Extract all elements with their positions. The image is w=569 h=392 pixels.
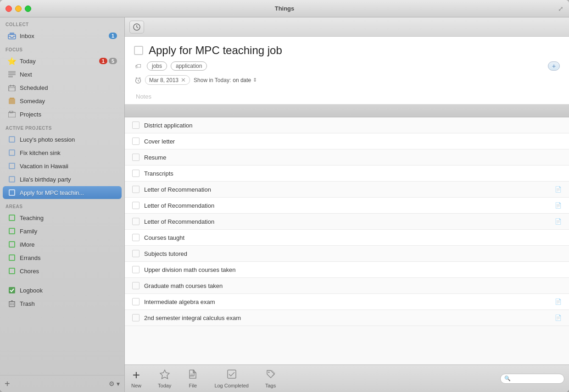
note-icon: 📄 <box>555 218 562 225</box>
tags-action[interactable]: Tags <box>257 369 284 388</box>
task-row[interactable]: Courses taught <box>125 230 569 246</box>
task-row[interactable]: Letter of Recommendation📄 <box>125 214 569 230</box>
task-row-checkbox[interactable] <box>132 121 139 129</box>
active-projects-header: ACTIVE PROJECTS <box>0 121 124 133</box>
task-row[interactable]: Graduate math courses taken <box>125 278 569 294</box>
file-label: File <box>189 383 197 388</box>
new-action[interactable]: + New <box>129 369 150 388</box>
resize-icon[interactable]: ⤢ <box>558 5 563 12</box>
date-row: Mar 8, 2013 ✕ Show in Today: on date ⇕ <box>134 75 560 85</box>
sidebar-item-next[interactable]: Next <box>3 68 122 81</box>
log-completed-icon <box>227 369 237 381</box>
notes-area[interactable]: Notes <box>134 89 560 104</box>
svg-line-26 <box>136 77 137 78</box>
task-row-checkbox[interactable] <box>132 282 139 289</box>
task-row-checkbox[interactable] <box>132 186 139 193</box>
sidebar-item-today[interactable]: ⭐ Today 1 5 <box>3 55 122 67</box>
maximize-button[interactable] <box>25 6 31 12</box>
tag-application[interactable]: application <box>171 61 207 71</box>
task-row-label: Subjects tutored <box>144 250 562 257</box>
svg-line-27 <box>139 77 140 78</box>
date-pill[interactable]: Mar 8, 2013 ✕ <box>145 75 190 85</box>
task-row[interactable]: Cover letter <box>125 133 569 149</box>
task-row[interactable]: District application <box>125 117 569 133</box>
sidebar-item-family[interactable]: Family <box>3 225 122 237</box>
task-row-label: Letter of Recommendation <box>144 202 550 209</box>
task-row-checkbox[interactable] <box>132 138 139 145</box>
close-button[interactable] <box>6 6 12 12</box>
sidebar-item-lucy[interactable]: Lucy's photo session <box>3 133 122 146</box>
svg-rect-32 <box>228 370 236 378</box>
date-value: Mar 8, 2013 <box>149 77 179 83</box>
sidebar-item-logbook[interactable]: Logbook <box>3 284 122 297</box>
area-icon-chores <box>7 266 17 276</box>
task-row[interactable]: Letter of Recommenation📄 <box>125 182 569 198</box>
date-remove-button[interactable]: ✕ <box>181 77 186 83</box>
task-row[interactable]: 2nd semester integral calculus exam📄 <box>125 310 569 326</box>
add-button[interactable]: + <box>5 379 10 388</box>
sidebar-item-trash[interactable]: Trash <box>3 297 122 310</box>
task-row-checkbox[interactable] <box>132 250 139 257</box>
today-icon: ⭐ <box>7 56 17 66</box>
task-list: District applicationCover letterResumeTr… <box>125 117 569 364</box>
task-row-checkbox[interactable] <box>132 170 139 177</box>
task-row-checkbox[interactable] <box>132 314 139 321</box>
sidebar-item-someday[interactable]: Someday <box>3 94 122 107</box>
task-row[interactable]: Transcripts <box>125 166 569 182</box>
sidebar-item-scheduled[interactable]: Scheduled <box>3 81 122 94</box>
task-row-label: Cover letter <box>144 138 562 145</box>
sidebar-item-errands[interactable]: Errands <box>3 251 122 264</box>
sidebar-item-kitchen[interactable]: Fix kitchen sink <box>3 146 122 159</box>
task-row-checkbox[interactable] <box>132 266 139 273</box>
file-action[interactable]: File <box>179 369 206 388</box>
search-icon: 🔍 <box>504 375 511 381</box>
search-box[interactable]: 🔍 <box>500 374 564 384</box>
sidebar-item-hawaii[interactable]: Vacation in Hawaii <box>3 160 122 172</box>
clock-toolbar-button[interactable] <box>129 21 144 33</box>
task-row[interactable]: Letter of Recommendation📄 <box>125 198 569 214</box>
tags-row: 🏷 jobs application + <box>134 61 560 71</box>
add-tag-button[interactable]: + <box>548 61 560 71</box>
inbox-badge: 1 <box>109 33 117 39</box>
sidebar-item-imore[interactable]: iMore <box>3 238 122 251</box>
show-today-value[interactable]: on date <box>233 77 251 83</box>
window-title: Things <box>275 5 295 12</box>
project-icon-lucy <box>7 135 17 144</box>
sidebar-item-inbox[interactable]: Inbox 1 <box>3 29 122 42</box>
minimize-button[interactable] <box>15 6 22 12</box>
sidebar-item-birthday[interactable]: Lila's birthday party <box>3 173 122 186</box>
task-row[interactable]: Resume <box>125 149 569 166</box>
task-row-checkbox[interactable] <box>132 298 139 305</box>
task-row-checkbox[interactable] <box>132 234 139 241</box>
task-row-checkbox[interactable] <box>132 154 139 161</box>
today-action[interactable]: Today <box>150 369 179 388</box>
settings-button[interactable]: ⚙ ▾ <box>109 381 120 387</box>
task-main-checkbox[interactable] <box>134 46 143 55</box>
task-row-checkbox[interactable] <box>132 218 139 225</box>
sidebar-item-mpc[interactable]: Apply for MPC teachin... <box>3 186 122 199</box>
sidebar: COLLECT Inbox 1 FOCUS <box>0 17 125 392</box>
svg-rect-5 <box>9 86 15 91</box>
task-row[interactable]: Subjects tutored <box>125 246 569 262</box>
app-window: Things ⤢ COLLECT Inbox 1 <box>0 0 569 392</box>
new-label: New <box>131 383 141 388</box>
task-row-checkbox[interactable] <box>132 202 139 209</box>
errands-label: Errands <box>20 254 117 261</box>
kitchen-label: Fix kitchen sink <box>20 149 117 156</box>
tag-jobs[interactable]: jobs <box>147 61 167 71</box>
sidebar-item-teaching[interactable]: Teaching <box>3 211 122 224</box>
someday-icon <box>7 96 17 105</box>
search-input[interactable] <box>513 375 558 382</box>
sidebar-item-projects[interactable]: Projects <box>3 108 122 121</box>
sidebar-item-chores[interactable]: Chores <box>3 265 122 277</box>
svg-line-25 <box>138 81 139 82</box>
task-row[interactable]: Upper division math courses taken <box>125 262 569 278</box>
task-title[interactable]: Apply for MPC teaching job <box>149 44 282 57</box>
svg-rect-9 <box>9 99 15 104</box>
task-row[interactable]: Intermediate algebra exam📄 <box>125 294 569 310</box>
inbox-icon <box>7 31 17 40</box>
project-icon-mpc <box>7 188 17 197</box>
main-toolbar <box>125 17 569 37</box>
task-row-label: Courses taught <box>144 234 562 241</box>
log-completed-action[interactable]: Log Completed <box>206 369 257 388</box>
